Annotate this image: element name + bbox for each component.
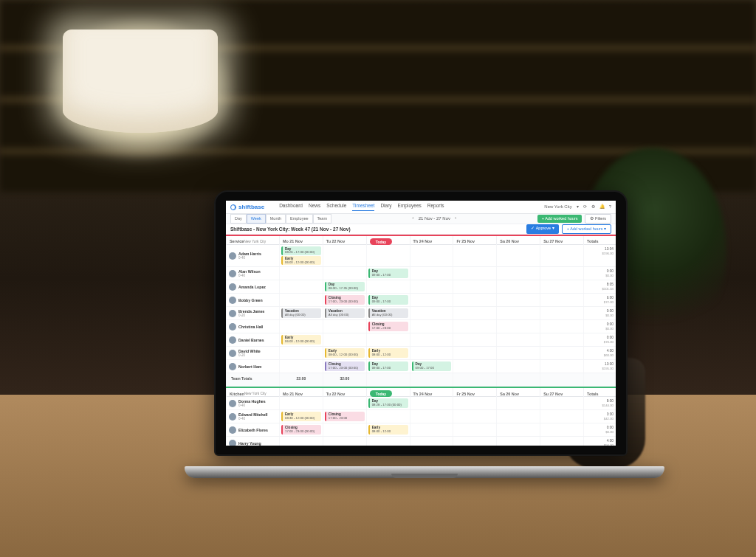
day-cell[interactable]: Day09:00 - 17:00 xyxy=(410,360,453,373)
day-cell[interactable] xyxy=(540,347,583,359)
view-tab-month[interactable]: Month xyxy=(266,214,286,224)
day-cell[interactable] xyxy=(453,347,496,359)
view-tab-team[interactable]: Team xyxy=(313,214,331,224)
day-cell[interactable] xyxy=(410,320,453,333)
day-cell[interactable] xyxy=(279,437,323,446)
day-cell[interactable] xyxy=(496,280,540,293)
day-cell[interactable] xyxy=(279,347,323,359)
day-cell[interactable]: Closing17:00 - 23:00 xyxy=(366,320,410,333)
employee-cell[interactable]: Amanda Lopez xyxy=(226,280,279,293)
day-cell[interactable] xyxy=(410,333,453,346)
nav-item-timesheet[interactable]: Timesheet xyxy=(352,203,374,212)
add-worked-hours-button-top[interactable]: + Add worked hours xyxy=(537,215,583,223)
day-cell[interactable]: Early06:00 - 12:00 (00:00) xyxy=(279,333,323,346)
day-cell[interactable] xyxy=(540,397,583,409)
day-cell[interactable]: Early08:30 - 12:00 (00:00) xyxy=(279,410,323,423)
day-cell[interactable]: VacationAll day (00:00) xyxy=(366,307,410,319)
day-cell[interactable]: Day09:00 - 17:00 xyxy=(366,360,410,373)
shift-block[interactable]: Day09:00 - 17:00 xyxy=(368,269,408,277)
day-cell[interactable] xyxy=(540,307,583,319)
day-cell[interactable]: VacationAll day (00:00) xyxy=(279,307,323,319)
day-cell[interactable] xyxy=(410,437,453,446)
day-cell[interactable] xyxy=(540,280,583,293)
day-cell[interactable] xyxy=(410,347,453,359)
view-tab-day[interactable]: Day xyxy=(230,214,247,224)
employee-cell[interactable]: Donna Hughes0-40 xyxy=(226,397,279,409)
day-cell[interactable] xyxy=(540,360,583,373)
day-cell[interactable] xyxy=(453,410,496,423)
day-cell[interactable] xyxy=(410,245,453,266)
filters-button[interactable]: ⚙ Filters xyxy=(585,214,611,224)
add-worked-hours-button[interactable]: + Add worked hours ▾ xyxy=(562,224,611,234)
day-cell[interactable]: VacationAll day (00:00) xyxy=(323,307,366,319)
day-cell[interactable]: Early08:00 - 12:00 xyxy=(366,347,410,359)
bell-icon[interactable]: 🔔 xyxy=(599,204,605,210)
day-cell[interactable] xyxy=(540,294,583,306)
day-cell[interactable] xyxy=(323,423,366,436)
nav-item-schedule[interactable]: Schedule xyxy=(326,203,346,212)
employee-cell[interactable]: Daniel Barnes xyxy=(226,333,279,346)
day-cell[interactable] xyxy=(366,410,410,423)
day-cell[interactable]: Day08:26 - 17:30 (00:00)Early06:00 - 12:… xyxy=(279,245,323,266)
employee-cell[interactable]: Norbert Ham xyxy=(226,360,279,373)
day-cell[interactable] xyxy=(410,280,453,293)
day-cell[interactable] xyxy=(410,397,453,409)
day-cell[interactable]: Day09:00 - 17:00 xyxy=(366,294,410,306)
shift-block[interactable]: Early08:00 - 12:00 xyxy=(368,425,408,434)
sync-icon[interactable]: ⟳ xyxy=(583,204,587,210)
shift-block[interactable]: Closing17:00 - 23:00 xyxy=(325,412,365,421)
shift-block[interactable]: Closing17:00 - 23:00 xyxy=(368,322,408,331)
nav-item-employees[interactable]: Employees xyxy=(398,203,422,212)
day-cell[interactable] xyxy=(323,437,366,446)
day-cell[interactable]: Closing17:00 - 23:00 (00:00) xyxy=(323,294,366,306)
day-cell[interactable] xyxy=(496,410,540,423)
location-selector[interactable]: New York City xyxy=(544,204,571,210)
shift-block[interactable]: VacationAll day (00:00) xyxy=(325,308,365,317)
day-cell[interactable] xyxy=(453,397,496,409)
prev-week-button[interactable]: ‹ xyxy=(410,215,415,221)
day-cell[interactable] xyxy=(496,333,540,346)
gear-icon[interactable]: ⚙ xyxy=(591,204,595,210)
day-cell[interactable] xyxy=(540,245,583,266)
day-cell[interactable] xyxy=(453,307,496,319)
day-cell[interactable] xyxy=(496,245,540,266)
day-cell[interactable] xyxy=(323,333,366,346)
day-cell[interactable] xyxy=(540,437,583,446)
shift-block[interactable]: Closing17:00 - 23:00 (00:00) xyxy=(325,361,365,370)
shift-block[interactable]: Early06:00 - 12:00 (00:00) xyxy=(281,335,321,344)
date-range-label[interactable]: 21 Nov - 27 Nov xyxy=(419,216,450,221)
day-cell[interactable]: Closing17:00 - 23:00 (00:00) xyxy=(323,360,366,373)
approve-button[interactable]: ✓ Approve ▾ xyxy=(526,224,558,234)
shift-block[interactable]: Closing17:00 - 23:00 (00:00) xyxy=(325,295,365,304)
employee-cell[interactable]: Bobby Green xyxy=(226,294,279,306)
brand-logo[interactable]: shiftbase xyxy=(230,204,264,211)
day-cell[interactable] xyxy=(540,423,583,436)
day-cell[interactable] xyxy=(496,294,540,306)
day-cell[interactable] xyxy=(410,267,453,280)
day-cell[interactable] xyxy=(410,410,453,423)
shift-block[interactable]: Early08:30 - 12:00 (00:00) xyxy=(281,412,321,421)
day-cell[interactable]: Day08:28 - 17:30 (00:00) xyxy=(366,397,410,409)
employee-cell[interactable]: Brenda James0-20 xyxy=(226,307,279,319)
employee-cell[interactable]: Elizabeth Flores xyxy=(226,423,279,436)
day-cell[interactable]: Early08:00 - 12:00 xyxy=(366,423,410,436)
nav-item-diary[interactable]: Diary xyxy=(380,203,391,212)
shift-block[interactable]: VacationAll day (00:00) xyxy=(368,308,408,317)
shift-block[interactable]: Day09:00 - 17:00 xyxy=(368,361,408,370)
day-cell[interactable] xyxy=(323,245,366,266)
day-cell[interactable] xyxy=(496,347,540,359)
day-cell[interactable] xyxy=(366,333,410,346)
day-cell[interactable] xyxy=(496,267,540,280)
day-cell[interactable] xyxy=(453,294,496,306)
shift-block[interactable]: Day08:30 - 17:35 (00:00) xyxy=(325,282,365,291)
day-cell[interactable] xyxy=(453,333,496,346)
day-cell[interactable] xyxy=(453,320,496,333)
day-cell[interactable] xyxy=(279,397,323,409)
day-cell[interactable] xyxy=(540,267,583,280)
shift-block[interactable]: Closing17:00 - 23:00 (00:00) xyxy=(281,425,321,434)
view-tab-employee[interactable]: Employee xyxy=(286,214,312,224)
day-cell[interactable] xyxy=(496,423,540,436)
employee-cell[interactable]: Harry Young xyxy=(226,437,279,446)
day-cell[interactable] xyxy=(496,320,540,333)
day-cell[interactable]: Day09:00 - 17:00 xyxy=(366,267,410,280)
